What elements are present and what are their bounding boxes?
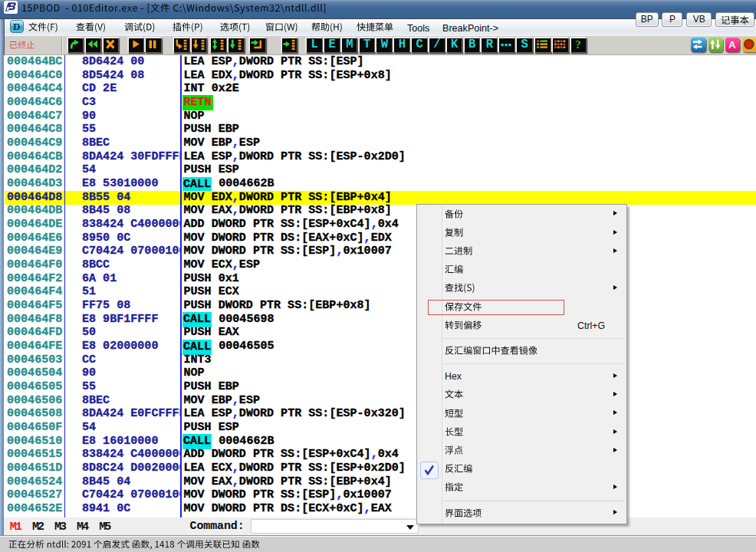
svg-text:?: ?: [575, 38, 581, 51]
svg-text:A: A: [728, 38, 736, 50]
